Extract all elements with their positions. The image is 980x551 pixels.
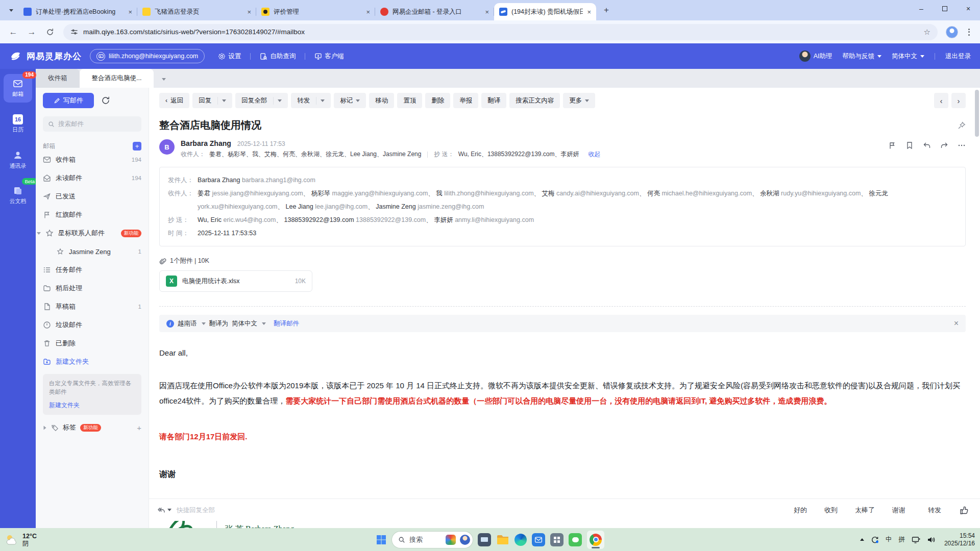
taskbar-weather[interactable]: 12°C阴 [5, 533, 37, 547]
help-feedback-menu[interactable]: 帮助与反馈 [843, 52, 882, 61]
sidebar-item-drafts[interactable]: 草稿箱 1 [43, 297, 141, 316]
sidebar-item-tasks[interactable]: 任务邮件 [43, 261, 141, 279]
quick-reply-chip[interactable]: 太棒了 [855, 506, 875, 515]
start-button[interactable] [376, 534, 387, 545]
recipient[interactable]: 我 lilith.zhong@hihiexguiyang.com [436, 190, 533, 197]
pin-icon[interactable] [958, 121, 966, 130]
taskbar-clock[interactable]: 15:54 2025/12/16 [944, 532, 975, 547]
attachment-card[interactable]: X 电脑使用统计表.xlsx 10K [159, 270, 312, 292]
reply-all-button[interactable]: 回复全部 [235, 93, 288, 108]
translate-mail-link[interactable]: 翻译邮件 [274, 319, 299, 328]
app-grid-icon[interactable] [550, 533, 564, 546]
source-language-select[interactable]: 越南语 [178, 319, 197, 328]
browser-tab-active[interactable]: (194封未读) 贵阳机场假日酒 × [494, 3, 596, 20]
recipient[interactable]: 13885392922@139.com 13885392922@139.com [284, 216, 426, 223]
from-contact[interactable]: Barbara Zhang barbara.zhang1@ihg.com [198, 173, 957, 187]
recipient[interactable]: 杨彩琴 maggie.yang@hihiexguiyang.com [311, 190, 428, 197]
sidebar-item-junk[interactable]: 垃圾邮件 [43, 316, 141, 334]
move-button[interactable]: 移动 [369, 93, 394, 108]
wechat-icon[interactable] [569, 533, 582, 546]
url-bar[interactable]: mailh.qiye.163.com/static/sirius-web/?ve… [63, 24, 938, 40]
reply-type-button[interactable] [157, 506, 172, 514]
mail-search-box[interactable] [43, 116, 141, 132]
quick-reply-input[interactable] [177, 507, 776, 514]
recipient[interactable]: Lee Jiang lee.jiang@ihg.com [286, 203, 368, 210]
mail-app-icon[interactable] [532, 533, 545, 546]
sidebar-item-unread[interactable]: 未读邮件 194 [43, 169, 141, 187]
bookmark-icon[interactable] [905, 141, 914, 149]
new-tab-button[interactable]: + [599, 3, 614, 17]
forward-button[interactable]: 转发 [291, 93, 331, 108]
sidebar-item-new-folder[interactable]: 新建文件夹 [43, 353, 141, 371]
recipient[interactable]: 何亮 michael.he@hihiexguiyang.com [647, 190, 752, 197]
sidebar-item-starred-contacts[interactable]: 星标联系人邮件 新功能 [43, 224, 141, 242]
tab-close-icon[interactable]: × [485, 8, 489, 16]
edge-icon[interactable] [514, 534, 527, 546]
tab-close-icon[interactable]: × [366, 8, 370, 16]
new-folder-link[interactable]: 新建文件夹 [49, 401, 135, 410]
ime-mode-indicator[interactable]: 拼 [898, 535, 905, 544]
chevron-down-icon[interactable] [262, 322, 266, 325]
chrome-icon-active[interactable] [587, 531, 604, 549]
browser-tab[interactable]: 网易企业邮箱 - 登录入口 × [375, 3, 494, 20]
account-pill[interactable]: lilith.zhong@hihiexguiyang.com [90, 49, 205, 63]
ime-language-indicator[interactable]: 中 [886, 535, 892, 544]
sidebar-item-inbox[interactable]: 收件箱 194 [43, 151, 141, 169]
rail-item-contacts[interactable]: 通讯录 [4, 145, 32, 174]
volume-icon[interactable] [927, 536, 936, 544]
tab-inbox[interactable]: 收件箱 [36, 69, 80, 88]
sync-icon[interactable] [871, 536, 879, 544]
recipient[interactable]: 余秋湖 rudy.yu@hihiexguiyang.com [760, 190, 861, 197]
chevron-down-icon[interactable] [278, 99, 282, 102]
more-button[interactable]: 更多 [563, 93, 595, 108]
tab-current-mail[interactable]: 整合酒店电脑使... [80, 69, 154, 88]
reply-button[interactable]: 回复 [192, 93, 232, 108]
search-mail-input[interactable] [58, 120, 130, 128]
forward-icon[interactable] [940, 141, 948, 149]
rail-item-docs[interactable]: Beta 云文档 [4, 181, 32, 210]
collapse-detail-link[interactable]: 收起 [589, 150, 601, 159]
recipient[interactable]: Wu, Eric eric.wu4@ihg.com [198, 216, 276, 223]
chevron-down-icon[interactable] [222, 99, 226, 102]
add-folder-icon[interactable]: + [133, 142, 141, 151]
rail-item-mail[interactable]: 194 邮箱 [4, 74, 32, 103]
back-to-list-button[interactable]: ‹返回 [159, 93, 189, 108]
quick-reply-chip[interactable]: 谢谢 [892, 506, 905, 515]
report-button[interactable]: 举报 [453, 93, 478, 108]
pin-top-button[interactable]: 置顶 [397, 93, 422, 108]
chevron-down-icon[interactable] [321, 99, 325, 102]
compose-button[interactable]: 写邮件 [43, 93, 94, 108]
bookmark-star-icon[interactable]: ☆ [920, 28, 935, 37]
tab-close-icon[interactable]: × [247, 8, 251, 16]
sidebar-item-sent[interactable]: 已发送 [43, 187, 141, 206]
self-service-menu[interactable]: 自助查询 [255, 52, 301, 61]
flag-icon[interactable] [888, 141, 896, 149]
collapse-caret-icon[interactable] [37, 232, 41, 235]
tab-search-icon[interactable] [9, 9, 13, 12]
sender-name[interactable]: Barbara Zhang [181, 139, 231, 147]
maximize-button[interactable] [933, 0, 957, 17]
ai-assistant-button[interactable]: AI助理 [799, 51, 832, 62]
tray-chevron-up-icon[interactable] [860, 538, 864, 541]
thumbs-up-icon[interactable] [960, 506, 969, 515]
add-tag-icon[interactable]: + [137, 423, 141, 432]
rail-item-calendar[interactable]: 16 日历 [4, 110, 32, 138]
chevron-down-icon[interactable] [202, 322, 206, 325]
language-menu[interactable]: 简体中文 [892, 52, 924, 61]
browser-tab[interactable]: 订单处理·携程酒店eBooking × [18, 3, 137, 20]
scrollbar-thumb[interactable] [975, 90, 979, 137]
logout-button[interactable]: 退出登录 [945, 52, 971, 61]
browser-tab[interactable]: 评价管理 × [256, 3, 375, 20]
sidebar-item-tags[interactable]: 标签 新功能 + [43, 423, 141, 432]
quick-reply-chip[interactable]: 收到 [824, 506, 838, 515]
tab-close-icon[interactable]: × [128, 8, 132, 16]
sidebar-item-later[interactable]: 稍后处理 [43, 279, 141, 297]
recipient[interactable]: 艾梅 candy.ai@hihiexguiyang.com [542, 190, 639, 197]
forward-link[interactable]: 转发 [928, 506, 941, 515]
sender-avatar[interactable]: B [159, 139, 175, 155]
refresh-mail-icon[interactable] [101, 96, 110, 105]
system-app-icon[interactable] [478, 533, 491, 546]
recipient[interactable]: 姜君 jessie.jiang@hihiexguiyang.com [198, 190, 303, 197]
tab-close-icon[interactable]: × [587, 8, 591, 16]
settings-menu[interactable]: 设置 [213, 52, 246, 61]
